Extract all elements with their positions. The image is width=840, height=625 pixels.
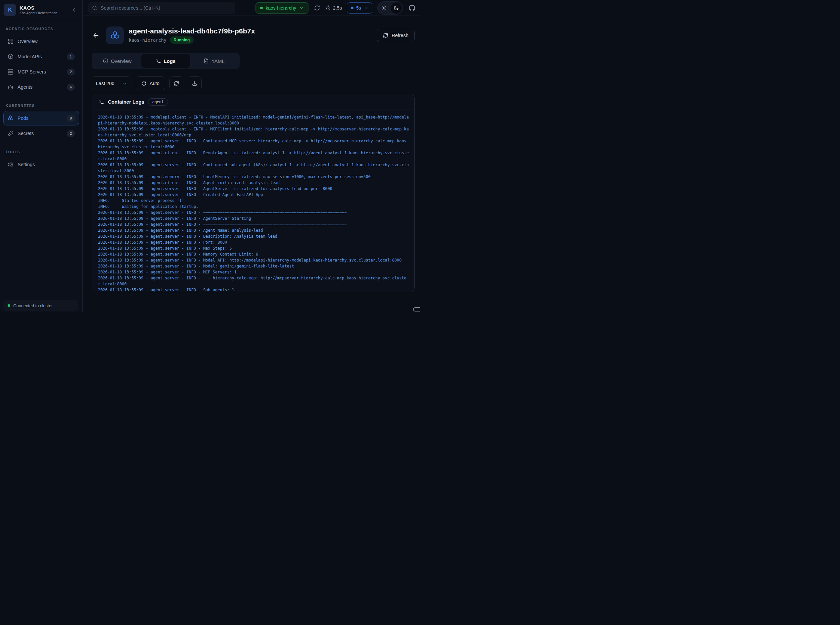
sidebar-item-label: Settings [17,162,75,167]
section-label-agentic-resources: AGENTIC RESOURCES [3,25,79,34]
dark-theme-button[interactable] [391,2,402,14]
pod-namespace: kaos-hierarchy [129,37,166,43]
chevron-down-icon [122,81,127,86]
log-line: 2026-01-18 13:55:09 - agent.server - INF… [98,251,409,257]
log-panel-title: Container Logs [108,99,144,104]
chevron-down-icon [364,6,368,10]
sidebar-item-pods[interactable]: Pods 9 [3,111,79,126]
search-icon [92,5,97,11]
sidebar-collapse-button[interactable] [70,6,78,14]
search-box[interactable] [88,2,235,14]
latency-indicator: 2.5s [326,5,342,11]
namespace-status-dot-icon [260,7,263,9]
count-badge: 1 [67,53,75,60]
log-line: 2026-01-18 13:55:09 - mcptools.client - … [98,126,409,138]
log-lines[interactable]: 2026-01-18 13:55:09 - modelapi.client - … [92,110,415,292]
count-badge: 6 [67,84,75,91]
log-line: INFO: Waiting for application startup. [98,204,409,210]
app-window: K KAOS K8s Agent Orchestration AGENTIC R… [0,0,420,312]
app-subtitle: K8s Agent Orchestration [20,11,67,15]
cube-icon [8,54,14,60]
page-header: agent-analysis-lead-db4bc7f9b-p6b7x kaos… [92,26,415,44]
tab-bar: Overview Logs YAML [92,53,240,69]
status-dot-icon [8,304,10,307]
tab-label: Overview [111,58,132,64]
log-line: 2026-01-18 13:55:09 - agent.server - INF… [98,287,409,292]
status-badge: Running [170,36,194,44]
count-badge: 2 [67,68,75,76]
sidebar-item-label: Secrets [17,131,63,136]
refresh-interval-selector[interactable]: 5s [347,2,372,14]
log-line: 2026-01-18 13:55:09 - agent.server - INF… [98,239,409,245]
chevron-down-icon [299,6,304,10]
server-icon [8,69,14,75]
page-title: agent-analysis-lead-db4bc7f9b-p6b7x [129,27,372,35]
tab-logs[interactable]: Logs [141,54,189,68]
sidebar-item-model-apis[interactable]: Model APIs 1 [3,49,79,64]
sidebar-header: K KAOS K8s Agent Orchestration [0,0,82,20]
tab-overview[interactable]: Overview [93,54,141,68]
search-input[interactable] [101,5,231,11]
section-label-tools: TOOLS [3,148,79,157]
download-logs-button[interactable] [188,76,202,90]
auto-refresh-button[interactable]: Auto [136,76,165,90]
sidebar-item-label: MCP Servers [17,69,63,75]
log-line: 2026-01-18 13:55:09 - agent.server - INF… [98,216,409,221]
log-controls: Last 200 Auto [92,76,415,90]
topbar-refresh-button[interactable] [314,4,321,12]
refresh-logs-button[interactable] [169,76,183,90]
download-icon [192,81,197,86]
log-line: 2026-01-18 13:55:09 - agent.server - INF… [98,269,409,275]
log-line: 2026-01-18 13:55:09 - agent.memory - INF… [98,174,409,180]
file-code-icon [203,58,209,64]
tab-yaml[interactable]: YAML [190,54,238,68]
log-line: 2026-01-18 13:55:09 - agent.server - INF… [98,257,409,263]
light-theme-button[interactable] [379,2,390,14]
container-logs-panel: Container Logs agent 2026-01-18 13:55:09… [92,94,415,292]
theme-toggle [377,2,403,14]
sidebar-item-overview[interactable]: Overview [3,34,79,49]
log-line: 2026-01-18 13:55:09 - agent.server - INF… [98,210,409,216]
terminal-icon [156,58,161,64]
key-icon [8,131,14,136]
pods-hexagons-icon [8,115,14,121]
topbar: kaos-hierarchy 2.5s [83,0,420,16]
cluster-status: Connected to cluster [3,300,78,311]
log-line: 2026-01-18 13:55:09 - agent.server - INF… [98,245,409,251]
main-area: kaos-hierarchy 2.5s [83,0,420,312]
tab-label: YAML [211,58,225,64]
sidebar-item-label: Overview [17,39,75,44]
sidebar-item-settings[interactable]: Settings [3,157,79,172]
app-title: KAOS [20,5,67,11]
github-icon [409,5,415,11]
log-line: 2026-01-18 13:55:09 - modelapi.client - … [98,114,409,126]
terminal-icon [99,99,104,104]
sidebar-item-label: Pods [17,115,63,121]
sidebar-item-secrets[interactable]: Secrets 2 [3,126,79,141]
refresh-button[interactable]: Refresh [377,29,415,42]
log-line: 2026-01-18 13:55:09 - agent.server - INF… [98,227,409,233]
github-link[interactable] [408,4,416,12]
interval-dot-icon [351,7,354,9]
refresh-icon [174,81,179,86]
log-line: 2026-01-18 13:55:09 - agent.client - INF… [98,150,409,162]
namespace-selector[interactable]: kaos-hierarchy [256,2,309,14]
log-line: 2026-01-18 13:55:09 - agent.server - INF… [98,186,409,192]
sidebar-item-mcp-servers[interactable]: MCP Servers 2 [3,65,79,79]
namespace-label: kaos-hierarchy [266,5,296,11]
log-line: 2026-01-18 13:55:09 - agent.server - INF… [98,192,409,197]
back-button[interactable] [92,31,100,40]
sidebar-item-agents[interactable]: Agents 6 [3,80,79,94]
horizontal-scrollbar-thumb[interactable] [413,307,420,311]
tail-lines-select[interactable]: Last 200 [92,76,131,90]
info-icon [103,58,108,64]
pod-detail-page: agent-analysis-lead-db4bc7f9b-p6b7x kaos… [83,16,420,312]
pod-icon [106,26,124,44]
section-label-kubernetes: KUBERNETES [3,102,79,111]
log-line: 2026-01-18 13:55:09 - agent.server - INF… [98,221,409,227]
sidebar-nav: AGENTIC RESOURCES Overview Model APIs 1 … [0,20,82,312]
refresh-icon [383,33,388,38]
cluster-status-label: Connected to cluster [13,303,53,308]
auto-label: Auto [150,81,160,86]
app-logo: K [4,4,16,16]
